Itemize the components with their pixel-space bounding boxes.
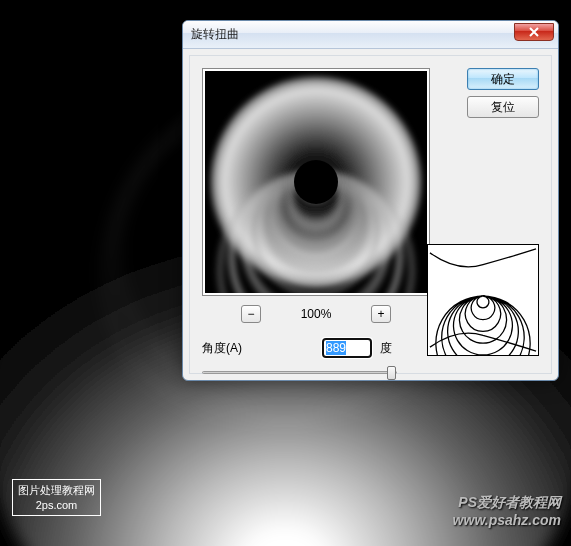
slider-thumb[interactable] bbox=[387, 366, 396, 380]
dialog-body: − 100% + 角度(A) 度 确定 复位 bbox=[189, 55, 552, 374]
minus-icon: − bbox=[247, 307, 254, 321]
watermark-left-line2: 2ps.com bbox=[18, 498, 95, 512]
svg-point-4 bbox=[294, 160, 338, 204]
zoom-out-button[interactable]: − bbox=[241, 305, 261, 323]
ok-button-label: 确定 bbox=[491, 71, 515, 88]
plus-icon: + bbox=[377, 307, 384, 321]
twirl-dialog: 旋转扭曲 bbox=[182, 20, 559, 381]
zoom-controls: − 100% + bbox=[202, 302, 430, 326]
angle-input[interactable] bbox=[322, 338, 372, 358]
reset-button-label: 复位 bbox=[491, 99, 515, 116]
angle-row: 角度(A) 度 bbox=[202, 338, 392, 358]
preview-frame[interactable] bbox=[202, 68, 430, 296]
watermark-left-line1: 图片处理教程网 bbox=[18, 483, 95, 497]
wireframe-preview bbox=[427, 244, 539, 356]
dialog-title: 旋转扭曲 bbox=[191, 26, 239, 43]
watermark-left: 图片处理教程网 2ps.com bbox=[12, 479, 101, 516]
close-icon bbox=[528, 27, 540, 37]
dialog-titlebar[interactable]: 旋转扭曲 bbox=[183, 21, 558, 49]
zoom-in-button[interactable]: + bbox=[371, 305, 391, 323]
preview-image bbox=[205, 71, 427, 293]
slider-track-line bbox=[202, 371, 397, 374]
ok-button[interactable]: 确定 bbox=[467, 68, 539, 90]
watermark-right: PS爱好者教程网 www.psahz.com bbox=[453, 494, 561, 528]
close-button[interactable] bbox=[514, 23, 554, 41]
reset-button[interactable]: 复位 bbox=[467, 96, 539, 118]
spiral-icon bbox=[428, 245, 538, 355]
angle-label: 角度(A) bbox=[202, 340, 242, 357]
angle-unit: 度 bbox=[380, 340, 392, 357]
zoom-level: 100% bbox=[291, 307, 341, 321]
angle-slider[interactable] bbox=[202, 364, 397, 380]
